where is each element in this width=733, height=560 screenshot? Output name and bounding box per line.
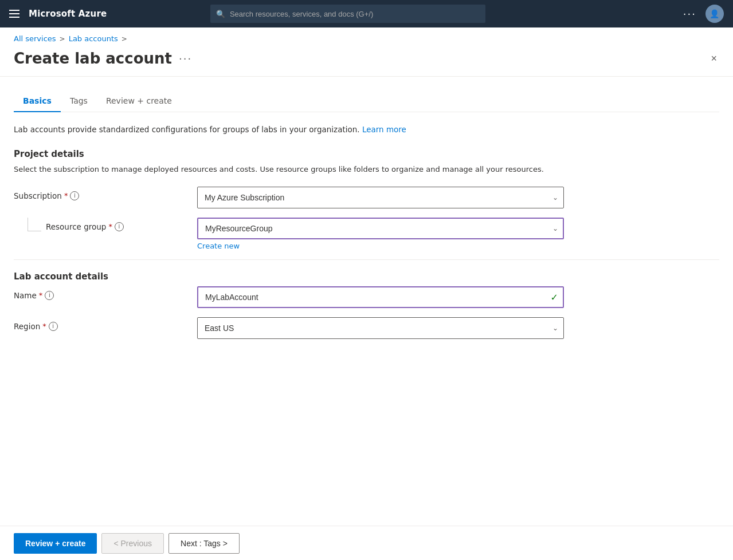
breadcrumb-all-services[interactable]: All services bbox=[14, 34, 56, 43]
tab-review-create[interactable]: Review + create bbox=[97, 90, 181, 112]
top-navigation: Microsoft Azure 🔍 ··· 👤 bbox=[0, 0, 733, 27]
subscription-label: Subscription bbox=[14, 191, 62, 200]
avatar[interactable]: 👤 bbox=[705, 5, 724, 23]
subscription-required: * bbox=[64, 191, 68, 200]
search-bar: 🔍 bbox=[210, 5, 485, 23]
project-details-description: Select the subscription to manage deploy… bbox=[14, 164, 719, 175]
resource-group-label-col: Resource group * i bbox=[14, 218, 197, 231]
subscription-dropdown[interactable]: My Azure Subscription bbox=[197, 187, 564, 208]
subscription-row: Subscription * i My Azure Subscription ⌄ bbox=[14, 187, 719, 208]
tab-tags[interactable]: Tags bbox=[61, 90, 97, 112]
learn-more-link[interactable]: Learn more bbox=[362, 125, 406, 134]
resource-group-info-icon[interactable]: i bbox=[115, 222, 124, 231]
subscription-info-icon[interactable]: i bbox=[70, 191, 79, 200]
region-label: Region bbox=[14, 322, 40, 331]
create-new-link[interactable]: Create new bbox=[197, 242, 240, 250]
name-control: ✓ bbox=[197, 286, 564, 308]
topnav-right: ··· 👤 bbox=[683, 5, 724, 23]
subscription-control: My Azure Subscription ⌄ bbox=[197, 187, 564, 208]
region-row: Region * i East USWest USCentral USNorth… bbox=[14, 317, 719, 339]
section-divider bbox=[14, 259, 719, 260]
content-area: Basics Tags Review + create Lab accounts… bbox=[0, 77, 733, 339]
region-required: * bbox=[42, 322, 46, 330]
app-title: Microsoft Azure bbox=[29, 9, 107, 19]
project-details-title: Project details bbox=[14, 149, 719, 159]
search-icon: 🔍 bbox=[216, 10, 225, 18]
region-control: East USWest USCentral USNorth EuropeWest… bbox=[197, 317, 564, 339]
breadcrumb-sep-2: > bbox=[121, 35, 127, 43]
close-button[interactable]: × bbox=[708, 50, 719, 67]
resource-group-dropdown-wrapper: MyResourceGroup ⌄ bbox=[197, 218, 564, 239]
breadcrumb-sep-1: > bbox=[60, 35, 65, 43]
breadcrumb: All services > Lab accounts > bbox=[0, 27, 733, 45]
indent-connector bbox=[28, 218, 41, 231]
name-required: * bbox=[39, 291, 43, 299]
description: Lab accounts provide standardized config… bbox=[14, 124, 719, 135]
name-input-wrapper: ✓ bbox=[197, 286, 564, 308]
name-info-icon[interactable]: i bbox=[45, 291, 54, 300]
resource-group-control: MyResourceGroup ⌄ Create new bbox=[197, 218, 564, 250]
name-input[interactable] bbox=[197, 286, 564, 308]
name-valid-icon: ✓ bbox=[551, 291, 558, 302]
page-header: Create lab account ··· × bbox=[0, 45, 733, 77]
subscription-label-col: Subscription * i bbox=[14, 187, 197, 200]
page-title: Create lab account bbox=[14, 50, 172, 67]
resource-group-dropdown[interactable]: MyResourceGroup bbox=[197, 218, 564, 239]
search-input[interactable] bbox=[230, 10, 480, 18]
avatar-label: 👤 bbox=[710, 9, 719, 18]
resource-group-row: Resource group * i MyResourceGroup ⌄ Cre… bbox=[14, 218, 719, 250]
name-label-col: Name * i bbox=[14, 286, 197, 300]
subscription-dropdown-wrapper: My Azure Subscription ⌄ bbox=[197, 187, 564, 208]
main-container: All services > Lab accounts > Create lab… bbox=[0, 27, 733, 526]
lab-account-details-title: Lab account details bbox=[14, 271, 719, 282]
name-label: Name bbox=[14, 291, 37, 300]
name-row: Name * i ✓ bbox=[14, 286, 719, 308]
resource-group-label: Resource group bbox=[46, 222, 106, 231]
topnav-ellipsis[interactable]: ··· bbox=[683, 8, 696, 20]
hamburger-menu[interactable] bbox=[9, 10, 19, 18]
region-label-col: Region * i bbox=[14, 317, 197, 331]
tab-basics[interactable]: Basics bbox=[14, 90, 61, 112]
region-dropdown-wrapper: East USWest USCentral USNorth EuropeWest… bbox=[197, 317, 564, 339]
page-header-left: Create lab account ··· bbox=[14, 50, 192, 67]
region-dropdown[interactable]: East USWest USCentral USNorth EuropeWest… bbox=[197, 317, 564, 339]
page-ellipsis[interactable]: ··· bbox=[179, 53, 192, 65]
resource-group-required: * bbox=[108, 222, 112, 231]
tabs: Basics Tags Review + create bbox=[14, 90, 719, 112]
region-info-icon[interactable]: i bbox=[49, 322, 58, 331]
breadcrumb-lab-accounts[interactable]: Lab accounts bbox=[69, 34, 118, 43]
